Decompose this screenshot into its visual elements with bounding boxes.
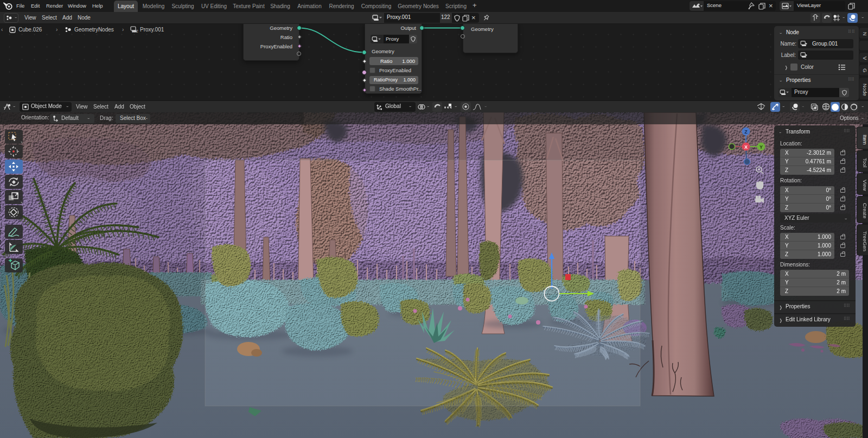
svg-text:Y: Y [760,144,763,150]
svg-text:X: X [744,144,748,150]
svg-text:Z: Z [744,129,748,135]
